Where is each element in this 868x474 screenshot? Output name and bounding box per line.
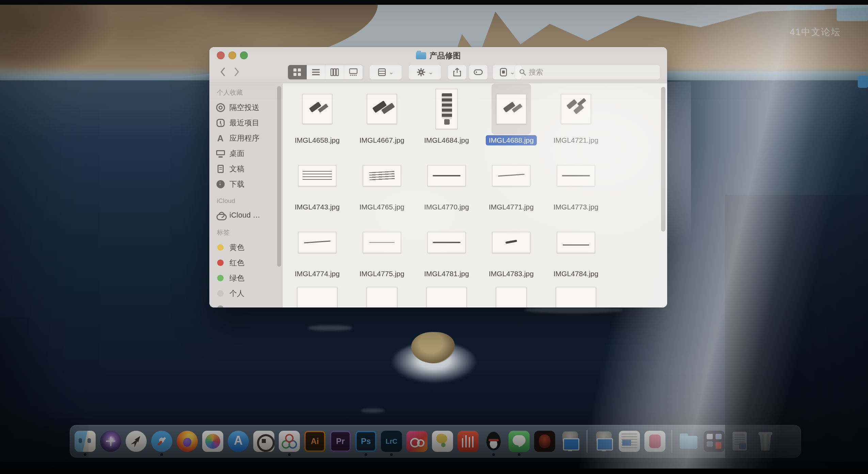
dock-icon-qq[interactable] — [483, 431, 504, 452]
file-item[interactable]: IMGL4770.jpg — [415, 150, 478, 217]
sidebar-item-iCloud …[interactable]: iCloud … — [216, 207, 282, 223]
file-name[interactable]: IMGL4774.jpg — [292, 269, 343, 279]
file-item[interactable]: IMGL4774.jpg — [286, 217, 349, 283]
dock-icon-safari[interactable] — [151, 431, 172, 452]
file-thumbnail-wrap[interactable] — [298, 83, 337, 135]
content-scrollbar[interactable] — [661, 87, 665, 232]
dock-icon-screen-share-app-2[interactable] — [593, 431, 614, 452]
dock-icon-dark-figure-app[interactable] — [534, 431, 555, 452]
file-item[interactable]: IMGL4781.jpg — [415, 217, 478, 283]
search-input[interactable] — [529, 68, 656, 76]
dock-icon-adobe-lightroom-classic[interactable]: LrC — [381, 431, 402, 452]
sidebar-item-红色[interactable]: 红色 — [216, 255, 282, 270]
dock-icon-news-stack-app[interactable] — [619, 431, 640, 452]
file-name[interactable]: IMGL4743.jpg — [292, 202, 343, 212]
dock-icon-equalizer-audio-app[interactable] — [457, 431, 479, 452]
gallery-view-button[interactable] — [344, 65, 363, 79]
dock-icon-apps-folder-stack[interactable] — [704, 431, 725, 452]
file-name[interactable]: IMGL4773.jpg — [550, 202, 601, 212]
sidebar-item-最近项目[interactable]: 最近项目 — [216, 115, 282, 130]
dock-icon-siri[interactable] — [100, 431, 121, 452]
file-item[interactable]: IMGL4688.jpg — [480, 83, 543, 150]
dock-icon-photos[interactable] — [202, 431, 223, 452]
dock-icon-adobe-creative-cloud[interactable] — [406, 431, 428, 452]
file-item-partial[interactable] — [350, 284, 414, 307]
dock-icon-notes-blob-app[interactable] — [432, 431, 453, 452]
file-item[interactable]: IMGL4721.jpg — [544, 83, 608, 150]
file-name[interactable]: IMGL4783.jpg — [486, 269, 537, 279]
file-thumbnail-wrap[interactable] — [487, 217, 535, 268]
dock-icon-utility-dial-app[interactable] — [253, 431, 274, 452]
file-item[interactable]: IMGL4784.jpg — [544, 217, 608, 283]
file-name[interactable]: IMGL4775.jpg — [356, 269, 407, 279]
search-field[interactable] — [515, 65, 660, 80]
sidebar-item-隔空投送[interactable]: 隔空投送 — [216, 100, 282, 115]
sidebar-item-应用程序[interactable]: 应用程序 — [216, 130, 282, 146]
file-thumbnail-wrap[interactable] — [556, 83, 596, 135]
file-item-partial[interactable] — [544, 284, 608, 307]
file-thumbnail-wrap[interactable] — [552, 150, 600, 201]
file-name[interactable]: IMGL4770.jpg — [421, 202, 472, 212]
icon-view-button[interactable] — [288, 65, 307, 79]
dock-icon-wechat[interactable] — [509, 431, 530, 452]
file-name[interactable]: IMGL4765.jpg — [356, 202, 407, 212]
dock-icon-pink-badge-app[interactable] — [644, 431, 665, 452]
file-name[interactable]: IMGL4781.jpg — [421, 269, 472, 279]
dock-icon-adobe-illustrator[interactable]: Ai — [304, 431, 325, 452]
file-name[interactable]: IMGL4658.jpg — [292, 135, 343, 145]
file-thumbnail-wrap[interactable] — [552, 217, 600, 268]
sidebar-item-下载[interactable]: 下载 — [216, 176, 282, 192]
file-thumbnail-wrap[interactable] — [423, 217, 470, 268]
group-button[interactable]: ⌄ — [369, 65, 402, 80]
back-button[interactable] — [217, 65, 229, 79]
dock-icon-adobe-premiere[interactable]: Pr — [330, 431, 351, 452]
file-name[interactable]: IMGL4771.jpg — [486, 202, 537, 212]
file-item[interactable]: IMGL4783.jpg — [480, 217, 543, 283]
action-gear-button[interactable]: ⌄ — [408, 65, 441, 80]
file-item[interactable]: IMGL4765.jpg — [350, 150, 414, 217]
share-button[interactable] — [448, 65, 467, 80]
file-thumbnail-wrap[interactable] — [358, 150, 406, 201]
file-thumbnail-wrap[interactable] — [492, 83, 531, 135]
file-item[interactable]: IMGL4771.jpg — [480, 150, 543, 217]
dock-icon-firefox[interactable] — [177, 431, 198, 452]
file-item[interactable]: IMGL4743.jpg — [286, 150, 349, 217]
file-thumbnail-wrap[interactable] — [487, 150, 535, 201]
file-item[interactable]: IMGL4775.jpg — [350, 217, 414, 283]
file-thumbnail-wrap[interactable] — [293, 150, 341, 201]
sidebar-item-个人[interactable]: 个人 — [216, 286, 282, 301]
column-view-button[interactable] — [325, 65, 344, 79]
sidebar-item-桌面[interactable]: 桌面 — [216, 146, 282, 161]
sidebar-item-黄色[interactable]: 黄色 — [216, 240, 282, 255]
file-name[interactable]: IMGL4721.jpg — [550, 135, 601, 145]
file-item-partial[interactable] — [480, 284, 543, 307]
file-item-partial[interactable] — [415, 284, 478, 307]
sidebar-item[interactable] — [216, 301, 282, 307]
file-thumbnail-wrap[interactable] — [423, 150, 470, 201]
dock-icon-downloads-folder[interactable] — [678, 431, 699, 452]
file-item[interactable]: IMGL4667.jpg — [350, 83, 414, 150]
dock-icon-screen-share-app[interactable] — [560, 431, 581, 452]
list-view-button[interactable] — [307, 65, 325, 79]
sidebar-scrollbar[interactable] — [277, 86, 281, 267]
file-name-selected[interactable]: IMGL4688.jpg — [486, 135, 537, 145]
file-name[interactable]: IMGL4667.jpg — [356, 135, 407, 145]
file-name[interactable]: IMGL4784.jpg — [550, 269, 601, 279]
dock-icon-trash[interactable] — [755, 431, 776, 452]
tag-button[interactable] — [469, 65, 488, 80]
forward-button[interactable] — [230, 65, 243, 79]
sidebar-item-文稿[interactable]: 文稿 — [216, 161, 282, 176]
file-thumbnail-wrap[interactable] — [358, 217, 406, 268]
file-thumbnail-wrap[interactable] — [362, 83, 402, 135]
dock-icon-adobe-photoshop[interactable]: Ps — [355, 431, 376, 452]
sidebar-item-绿色[interactable]: 绿色 — [216, 270, 282, 286]
file-item-partial[interactable] — [286, 284, 349, 307]
file-name[interactable]: IMGL4684.jpg — [421, 135, 472, 145]
dock-icon-launchpad[interactable] — [126, 431, 147, 452]
file-thumbnail-wrap[interactable] — [431, 83, 462, 135]
dock-icon-three-rings-app[interactable] — [279, 431, 300, 452]
file-item[interactable]: IMGL4658.jpg — [286, 83, 349, 150]
dock-icon-documents-stack[interactable] — [729, 431, 750, 452]
dock-icon-finder[interactable] — [75, 431, 96, 452]
file-item[interactable]: IMGL4684.jpg — [415, 83, 478, 150]
